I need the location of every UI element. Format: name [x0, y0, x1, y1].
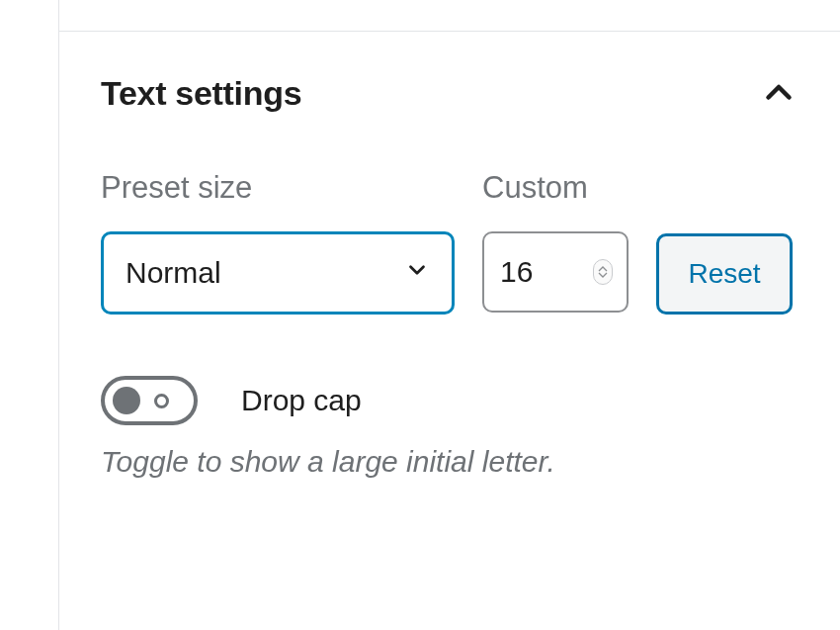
preset-size-label: Preset size	[101, 170, 455, 206]
chevron-up-icon	[759, 73, 798, 113]
toggle-knob-filled	[113, 387, 140, 414]
preset-size-value: Normal	[126, 256, 221, 290]
panel-left-rail	[0, 0, 59, 630]
panel-title: Text settings	[101, 74, 301, 113]
drop-cap-toggle[interactable]	[101, 376, 198, 425]
preset-size-field: Preset size Normal	[101, 170, 455, 315]
size-controls-row: Preset size Normal Custom 16	[101, 170, 798, 315]
number-stepper[interactable]	[593, 259, 613, 285]
custom-size-field: Custom 16	[482, 170, 629, 315]
preset-size-select[interactable]: Normal	[101, 231, 455, 315]
drop-cap-help-text: Toggle to show a large initial letter.	[101, 441, 798, 483]
custom-size-input[interactable]: 16	[482, 231, 629, 313]
custom-size-value: 16	[500, 255, 533, 289]
panel-top-divider	[59, 31, 840, 32]
text-settings-panel: Text settings Preset size Normal	[59, 0, 840, 483]
drop-cap-row: Drop cap	[101, 376, 798, 425]
reset-button-label: Reset	[688, 258, 760, 290]
drop-cap-label: Drop cap	[241, 384, 362, 417]
custom-size-label: Custom	[482, 170, 629, 206]
reset-button[interactable]: Reset	[656, 233, 793, 315]
toggle-knob-outline	[154, 394, 169, 408]
chevron-down-icon	[404, 256, 430, 290]
reset-button-container: Reset	[656, 170, 793, 315]
panel-header[interactable]: Text settings	[101, 73, 798, 113]
